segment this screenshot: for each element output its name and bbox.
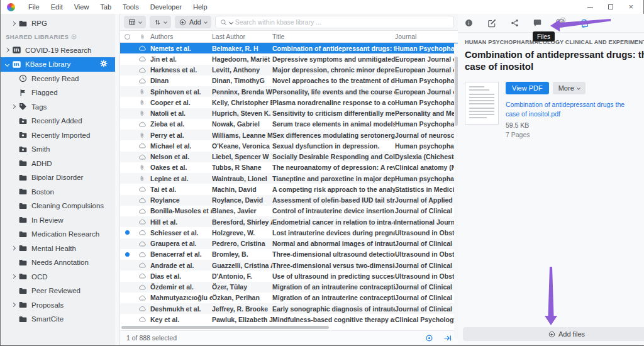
add-button[interactable]: Add (175, 16, 211, 28)
cell-authors: Zieba et al. (150, 120, 212, 128)
attachment-column-header[interactable] (134, 33, 150, 40)
sidebar-scrollbar[interactable] (115, 14, 119, 345)
edit-notes-icon[interactable] (487, 19, 496, 28)
table-row[interactable]: Graupera et al.Pedrero, CristinaNormal a… (120, 238, 458, 249)
table-row[interactable]: Benacerraf et al.Bromley, B.Three-dimens… (120, 249, 458, 260)
sidebar-item-label: Tags (31, 103, 47, 111)
sidebar-item-peer-reviewed[interactable]: Peer Reviewed (1, 284, 116, 298)
locate-selection-icon[interactable] (425, 334, 433, 342)
table-row[interactable]: Spinhoven et al.Penninx, Brenda WJHPerso… (120, 86, 458, 97)
table-row[interactable]: Zieba et al.Nowak, GabrielSerum trace el… (120, 119, 458, 130)
view-pdf-button[interactable]: View PDF (506, 82, 549, 94)
view-options-button[interactable] (124, 16, 146, 28)
read-status-column-header[interactable] (120, 34, 134, 40)
info-icon[interactable] (465, 19, 473, 27)
file-page-count: 7 Pages (506, 131, 639, 138)
cloud-icon (134, 241, 150, 247)
table-row[interactable]: Lepine et al.Waintraub, LionelTianeptine… (120, 173, 458, 184)
last-author-column-header[interactable]: Last Author (212, 33, 272, 40)
table-row[interactable]: Perry et al.Williams, Leanne MSex differ… (120, 130, 458, 140)
table-row[interactable]: DinanDinan, TimothyGNovel approaches to … (120, 75, 458, 86)
menu-tab[interactable]: Tab (94, 0, 117, 14)
minimize-button[interactable] (587, 7, 593, 8)
folder-icon (19, 20, 27, 27)
more-button[interactable]: More (553, 82, 586, 94)
sidebar-item-in-review[interactable]: In Review (1, 213, 116, 228)
files-icon[interactable] (579, 18, 589, 28)
menu-developer[interactable]: Developer (145, 0, 187, 14)
authors-column-header[interactable]: Authors (150, 33, 212, 40)
cell-journal: Human Psychopharm (395, 77, 458, 84)
add-button-label: Add (189, 18, 201, 26)
smart-folder-icon (19, 131, 27, 138)
table-row[interactable]: Özdemir et al.Özer, TülayMigration of an… (120, 282, 458, 293)
sidebar-item-recently-read[interactable]: Recently Read (1, 72, 116, 86)
sort-button[interactable] (150, 16, 171, 28)
jump-to-end-icon[interactable] (443, 334, 452, 342)
add-library-icon[interactable] (71, 34, 77, 40)
table-row[interactable]: Bonilla-Musoles et al.Blanes, JavierCont… (120, 206, 458, 216)
sidebar-item-bipolar-disorder[interactable]: Bipolar Disorder (1, 170, 116, 185)
journal-column-header[interactable]: Journal (395, 33, 458, 40)
attachment-file-link[interactable]: Combination of antidepressant drugs the … (506, 100, 639, 119)
add-files-button[interactable]: Add files (463, 327, 644, 341)
comments-icon[interactable] (533, 19, 541, 27)
sidebar-item-smith[interactable]: Smith (1, 142, 116, 157)
table-row[interactable]: Oakes et al.Tubbs, R ShaneThe neuroanato… (120, 162, 458, 173)
menu-file[interactable]: File (23, 0, 45, 14)
sidebar-item-kbase-library[interactable]: KBase Library (1, 57, 116, 72)
menu-edit[interactable]: Edit (45, 0, 69, 14)
table-row[interactable]: Tai et al.Machin, DavidA competing risk … (120, 184, 458, 194)
table-row[interactable]: Mahmutyazıcıoğlu et al.Özkan, PerihanMig… (120, 293, 458, 303)
reference-title: Combination of antidepressant drugs: the… (465, 49, 644, 73)
title-column-header[interactable]: Title (272, 33, 395, 40)
sidebar-item-mental-health[interactable]: Mental Health (1, 242, 116, 256)
smart-folder-icon (19, 118, 27, 125)
chevron-down-icon (577, 86, 580, 90)
sidebar-item-needs-annotation[interactable]: Needs Annotation (1, 255, 116, 270)
sidebar-item-adhd[interactable]: ADHD (1, 157, 116, 171)
table-row[interactable]: Hill et al.Beresford, Shirley A.A.Endome… (120, 216, 458, 227)
table-row[interactable]: Natoli et al.Huprich, Steven K.Sensitivi… (120, 108, 458, 119)
sidebar-item-boston[interactable]: Boston (1, 185, 116, 199)
menu-help[interactable]: Help (187, 0, 213, 14)
table-row[interactable]: RoylanceRoylance, DavidAssessment of ole… (120, 195, 458, 206)
sidebar-item-recently-imported[interactable]: Recently Imported (1, 128, 116, 143)
horizontal-scrollbar[interactable] (120, 325, 458, 330)
maximize-button[interactable] (608, 4, 613, 9)
table-row[interactable]: Dias et al.D'Antonio, F.Use of ultrasoun… (120, 271, 458, 281)
library-settings-gear-icon[interactable] (100, 60, 108, 67)
cell-journal: Human psychopharm (395, 142, 458, 150)
sidebar-item-cleaning-compulsions[interactable]: Cleaning Compulsions (1, 199, 116, 213)
cell-authors: Key et al. (150, 316, 212, 323)
pdf-thumbnail[interactable] (465, 82, 499, 125)
sidebar-item-rpg[interactable]: RPG (1, 16, 116, 31)
sidebar-item-ocd[interactable]: OCD (1, 270, 116, 284)
selection-count: 1 of 888 selected (126, 334, 177, 342)
sidebar-item-tags[interactable]: Tags (1, 100, 116, 114)
cell-journal: Journal of Applied B (395, 196, 458, 204)
table-row[interactable]: Deshmukh et al.Jeffrey, R. BrookeEarly s… (120, 303, 458, 314)
table-row[interactable]: Harkness et al.Levitt, AnthonyMajor depr… (120, 65, 458, 75)
sidebar-item-proposals[interactable]: Proposals (1, 298, 116, 313)
table-row[interactable]: Key et al.Pawluk, Elizabeth J.Mindfulnes… (120, 314, 458, 325)
cell-journal: Ultrasound in Obstet (395, 272, 458, 280)
table-row[interactable]: Schiesser et al.Holzgreve, W.Lost intrau… (120, 227, 458, 238)
table-row[interactable]: Andrade et al.Guazzelli, Cristina Apar..… (120, 260, 458, 271)
table-row[interactable]: Nelson et al.Liebel, Spencer WSocially D… (120, 152, 458, 162)
menu-view[interactable]: View (69, 0, 95, 14)
cell-authors: Graupera et al. (150, 240, 212, 247)
sidebar-item-smartcite[interactable]: SmartCite (1, 312, 116, 326)
sidebar-item-flagged[interactable]: Flagged (1, 86, 116, 100)
sidebar-item-medication-research[interactable]: Medication Research (1, 227, 116, 242)
table-row[interactable]: Nemets et al.Belmaker, R. HCombination o… (120, 43, 458, 53)
table-row[interactable]: Jin et al.Hagedoorn, MariëtDepressive sy… (120, 53, 458, 64)
close-button[interactable]: × (628, 4, 633, 10)
table-row[interactable]: Cooper et al.Kelly, Christopher BPlasma … (120, 97, 458, 108)
sidebar-item-covid-19-research[interactable]: COVID-19 Research (1, 43, 116, 58)
search-input[interactable] (235, 18, 449, 26)
table-row[interactable]: Michael et al.O'Keane, VeronicaSexual dy… (120, 140, 458, 151)
sidebar-item-recently-added[interactable]: Recently Added (1, 114, 116, 128)
share-icon[interactable] (511, 19, 519, 27)
menu-tools[interactable]: Tools (117, 0, 145, 14)
